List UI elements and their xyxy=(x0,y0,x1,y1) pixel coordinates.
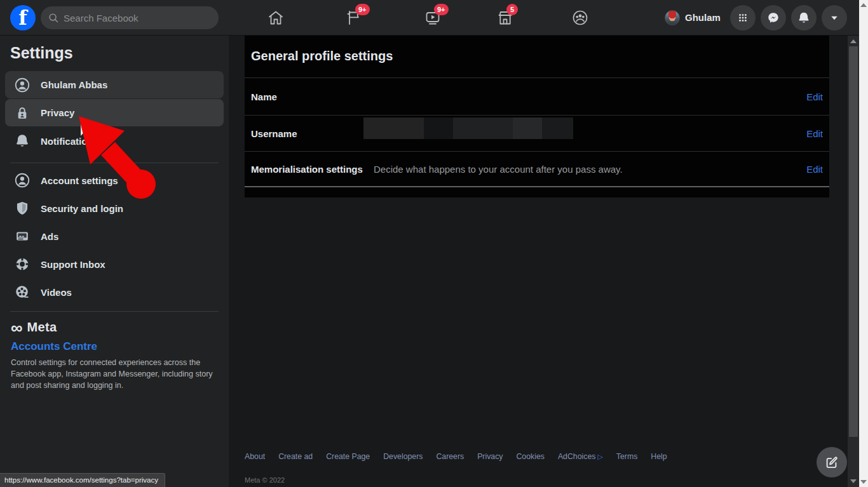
sidebar-title: Settings xyxy=(10,44,73,62)
nav-tab-marketplace[interactable]: 5 xyxy=(487,9,523,27)
marketplace-badge: 5 xyxy=(506,4,518,15)
facebook-logo-icon[interactable]: f xyxy=(10,5,36,30)
accounts-centre-link[interactable]: Accounts Centre xyxy=(11,340,97,353)
scroll-up-arrow-icon[interactable] xyxy=(850,39,857,43)
footer-link-cookies[interactable]: Cookies xyxy=(516,452,544,461)
apps-menu-button[interactable] xyxy=(730,5,756,30)
search-input[interactable] xyxy=(64,13,203,23)
sidebar-item-security-and-login[interactable]: Security and login xyxy=(5,194,224,222)
edit-name-link[interactable]: Edit xyxy=(806,91,823,102)
life-ring-icon xyxy=(14,256,31,272)
scroll-down-arrow-icon[interactable] xyxy=(850,479,857,483)
person-circle-icon xyxy=(14,172,31,189)
footer-link-adchoices[interactable]: AdChoices ▷ xyxy=(558,452,603,461)
top-navigation-bar: f 9+ xyxy=(0,0,868,36)
nav-tab-watch[interactable]: 9+ xyxy=(415,9,451,27)
sidebar-divider xyxy=(10,311,219,312)
footer-links: About Create ad Create Page Developers C… xyxy=(245,452,667,461)
messenger-button[interactable] xyxy=(761,5,786,30)
user-name-label[interactable]: Ghulam xyxy=(685,12,721,23)
home-icon xyxy=(267,9,285,27)
general-profile-settings-panel: General profile settings Name Edit Usern… xyxy=(245,36,829,197)
memorialisation-label: Memorialisation settings xyxy=(251,164,363,175)
sidebar-item-ads[interactable]: Ads xyxy=(5,222,224,250)
table-bottom-border xyxy=(245,186,829,187)
memorialisation-description: Decide what happens to your account afte… xyxy=(374,164,796,175)
nav-tab-home[interactable] xyxy=(258,9,294,27)
messenger-icon xyxy=(766,11,780,25)
search-icon xyxy=(48,13,58,23)
bell-icon xyxy=(797,11,811,25)
edit-memorialisation-link[interactable]: Edit xyxy=(806,164,823,175)
meta-logo: ∞ Meta xyxy=(11,320,57,335)
sidebar-item-notifications[interactable]: Notifications xyxy=(5,127,224,155)
footer-link-developers[interactable]: Developers xyxy=(383,452,423,461)
footer-link-create-page[interactable]: Create Page xyxy=(326,452,370,461)
footer-link-privacy[interactable]: Privacy xyxy=(477,452,503,461)
search-bar[interactable] xyxy=(41,6,219,29)
table-row-memorialisation[interactable]: Memorialisation settings Decide what hap… xyxy=(245,151,829,186)
watch-badge: 9+ xyxy=(434,4,449,15)
footer-copyright: Meta © 2022 xyxy=(245,476,285,484)
table-row-name[interactable]: Name Edit xyxy=(245,77,829,115)
pencil-square-icon xyxy=(824,455,839,470)
nav-tab-groups[interactable] xyxy=(562,9,598,27)
meta-brand-label: Meta xyxy=(27,320,57,335)
nav-tab-pages[interactable]: 9+ xyxy=(336,9,372,27)
browser-scroll-down-icon[interactable] xyxy=(860,480,867,484)
chevron-down-icon xyxy=(827,11,841,25)
footer-link-about[interactable]: About xyxy=(245,452,265,461)
lock-icon xyxy=(14,105,31,121)
notifications-button[interactable] xyxy=(791,5,817,30)
shield-icon xyxy=(14,200,31,217)
compose-button[interactable] xyxy=(817,447,847,477)
sidebar-item-account-settings[interactable]: Account settings xyxy=(5,166,224,194)
meta-infinity-icon: ∞ xyxy=(11,321,23,335)
sidebar-item-profile[interactable]: Ghulam Abbas xyxy=(5,71,224,98)
name-label: Name xyxy=(251,91,363,102)
adchoices-icon: ▷ xyxy=(597,453,602,461)
sidebar-item-privacy[interactable]: Privacy xyxy=(5,99,224,126)
footer-link-terms[interactable]: Terms xyxy=(616,452,637,461)
bell-sidebar-icon xyxy=(14,133,31,149)
settings-sidebar: Settings Ghulam Abbas Privacy xyxy=(0,36,229,487)
account-menu-button[interactable] xyxy=(822,5,847,30)
footer-link-create-ad[interactable]: Create ad xyxy=(278,452,313,461)
sidebar-divider xyxy=(10,163,219,163)
ad-card-icon xyxy=(14,228,31,244)
pages-badge: 9+ xyxy=(355,4,370,15)
edit-username-link[interactable]: Edit xyxy=(806,128,823,139)
sidebar-item-videos[interactable]: Videos xyxy=(5,278,224,306)
user-avatar[interactable] xyxy=(665,10,680,25)
profile-circle-icon xyxy=(14,77,31,93)
link-preview-statusbar: https://www.facebook.com/settings?tab=pr… xyxy=(0,473,165,487)
film-reel-icon xyxy=(14,284,31,300)
groups-icon xyxy=(571,9,589,27)
accounts-centre-description: Control settings for connected experienc… xyxy=(11,357,218,391)
footer-link-careers[interactable]: Careers xyxy=(436,452,464,461)
page-title: General profile settings xyxy=(251,49,393,63)
page-scrollbar-thumb[interactable] xyxy=(849,46,858,437)
page-scrollbar[interactable] xyxy=(848,36,859,487)
apps-grid-icon xyxy=(736,11,750,25)
browser-scrollbar[interactable] xyxy=(859,0,868,487)
sidebar-item-support-inbox[interactable]: Support Inbox xyxy=(5,250,224,278)
browser-scroll-up-icon[interactable] xyxy=(860,3,867,7)
footer-link-help[interactable]: Help xyxy=(651,452,667,461)
username-redaction-blocks xyxy=(363,117,573,139)
username-label: Username xyxy=(251,128,363,139)
